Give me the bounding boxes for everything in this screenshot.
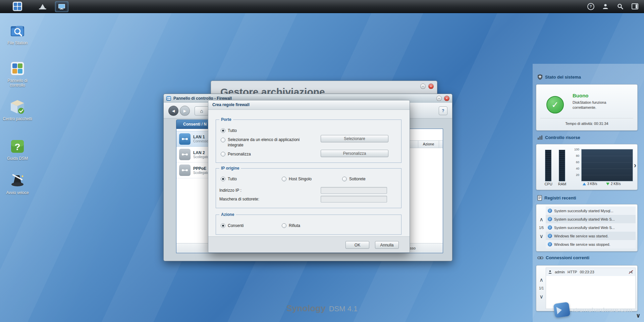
axis-tick: 60 — [569, 161, 579, 164]
section-title: Controllo risorse — [545, 135, 580, 140]
fieldset-ip-origine: IP origine Tutto Host Singolo Sottorete … — [216, 168, 401, 208]
page-up-chevron[interactable]: ∧ — [539, 216, 543, 223]
log-row[interactable]: i System successfully started Web S... — [546, 215, 636, 223]
current-connections-header: Connessioni correnti — [537, 255, 589, 260]
desktop-icon-control-panel[interactable]: Pannello di controllo — [2, 60, 33, 88]
radio-label: Sottorete — [349, 177, 366, 181]
expand-resources-chevron[interactable]: › — [634, 161, 636, 170]
radio-porte-tutto[interactable]: Tutto — [221, 128, 237, 133]
magician-hat-icon — [9, 172, 26, 189]
log-row[interactable]: i System successfully started Mysql... — [546, 206, 636, 215]
radio-azione-rifiuta[interactable]: Rifiuta — [282, 223, 300, 228]
desktop-icon-label: Pannello di controllo — [2, 79, 33, 88]
cancel-button[interactable]: Annulla — [375, 241, 399, 249]
control-panel-window-icon — [166, 96, 171, 101]
radio-icon — [221, 223, 225, 228]
radio-ip-host-singolo[interactable]: Host Singolo — [282, 177, 312, 181]
radio-label: Personalizza — [228, 152, 251, 156]
log-row[interactable]: i Windows file service was started. — [546, 232, 636, 240]
ram-gauge — [559, 150, 565, 181]
ok-button[interactable]: OK — [345, 241, 369, 249]
info-icon: i — [548, 217, 552, 221]
resource-monitor-box: CPU RAM 100 80 60 40 20 3 KB/s 2 KB/s › — [536, 144, 638, 190]
logs-pagination: ∧ 1/5 ∨ — [538, 204, 545, 251]
quick-launch-icon — [40, 4, 45, 9]
radio-label: Tutto — [228, 128, 237, 133]
disconnect-icon[interactable] — [629, 270, 633, 274]
dsm-branding: Synology DSM 4.1 — [286, 303, 358, 314]
selezionare-button[interactable]: Selezionare — [321, 135, 388, 142]
desktop-icon-file-station[interactable]: File Station — [2, 22, 33, 46]
download-arrow-icon — [606, 183, 609, 185]
radio-porte-personalizza[interactable]: Personalizza — [221, 152, 251, 156]
panel-scroll-down-chevron[interactable]: ∨ — [636, 312, 641, 319]
apps-grid-icon — [13, 2, 22, 11]
bar-chart-icon — [537, 135, 543, 140]
dsm-version-text: DSM 4.1 — [329, 305, 358, 313]
radio-label: Selezionare da un elenco di applicazioni… — [228, 137, 305, 148]
back-button[interactable]: ◀ — [168, 106, 178, 116]
column-header-azione[interactable]: Azione — [418, 141, 439, 148]
upload-legend: 3 KB/s — [583, 182, 597, 186]
desktop-icon-dsm-help[interactable]: ? Guida DSM — [2, 138, 33, 161]
synology-logo-text: Synology — [286, 303, 326, 314]
ip-address-input[interactable] — [321, 187, 387, 194]
close-button[interactable]: ✕ — [444, 96, 449, 101]
recent-logs-header: Registri recenti — [537, 195, 576, 201]
document-icon — [537, 195, 542, 201]
log-row[interactable]: i System successfully started Web S... — [546, 223, 636, 232]
status-value: Buono — [573, 93, 588, 98]
widgets-icon — [632, 3, 638, 9]
user-menu-button[interactable] — [602, 3, 609, 10]
window-help-button[interactable]: ? — [439, 106, 447, 115]
log-text: System successfully started Web S... — [554, 226, 615, 230]
upload-arrow-icon — [583, 183, 586, 185]
help-button[interactable]: ? — [587, 3, 594, 10]
dsm-help-icon: ? — [9, 138, 26, 155]
download-legend: 2 KB/s — [606, 182, 621, 186]
package-center-icon — [9, 98, 26, 116]
info-icon: i — [548, 234, 552, 238]
create-firewall-rule-dialog: Crea regole firewall Porte Tutto Selezio… — [208, 100, 410, 253]
section-title: Registri recenti — [544, 195, 576, 200]
main-menu-button[interactable] — [10, 1, 25, 11]
active-app-button[interactable] — [55, 1, 68, 12]
ip-address-label: Indirizzo IP : — [219, 188, 241, 193]
quick-launch-button[interactable] — [37, 1, 48, 11]
lan-link-icon — [179, 165, 191, 176]
lan-link-icon — [179, 133, 191, 145]
connection-user: admin — [555, 270, 565, 274]
forward-button[interactable]: ▶ — [180, 106, 190, 116]
connection-row[interactable]: admin HTTP 00:23:23 — [546, 268, 635, 276]
dialog-title: Crea regole firewall — [208, 100, 410, 110]
log-text: Windows file service was stopped. — [554, 242, 610, 246]
page-down-chevron[interactable]: ∨ — [539, 293, 543, 300]
widgets-toggle-button[interactable] — [631, 3, 639, 10]
connection-time: 00:23:23 — [580, 270, 594, 274]
page-down-chevron[interactable]: ∨ — [539, 233, 543, 239]
close-button[interactable]: ✕ — [428, 84, 434, 89]
search-icon — [617, 3, 624, 10]
home-button[interactable]: ⌂ — [195, 106, 209, 116]
personalizza-button[interactable]: Personalizza — [321, 150, 388, 157]
user-icon — [548, 270, 552, 274]
radio-ip-tutto[interactable]: Tutto — [221, 177, 237, 181]
fieldset-legend: Porte — [219, 117, 233, 122]
radio-azione-consenti[interactable]: Consenti — [221, 223, 244, 228]
desktop-icon-package-center[interactable]: Centro pacchetti — [2, 98, 33, 122]
radio-ip-sottorete[interactable]: Sottorete — [342, 177, 366, 181]
info-icon: i — [548, 225, 552, 230]
connection-protocol: HTTP — [568, 270, 577, 274]
radio-porte-elenco[interactable]: Selezionare da un elenco di applicazioni… — [221, 137, 305, 148]
minimize-button[interactable]: – — [436, 96, 442, 101]
log-row[interactable]: i Windows file service was stopped. — [546, 240, 636, 248]
subnet-mask-input[interactable] — [321, 196, 387, 202]
ram-label: RAM — [557, 182, 568, 186]
page-up-chevron[interactable]: ∧ — [539, 277, 543, 283]
search-button[interactable] — [616, 3, 624, 10]
monitor-icon — [58, 4, 65, 9]
minimize-button[interactable]: – — [420, 84, 426, 89]
taskbar-right: ? — [587, 0, 644, 13]
connections-pagination: ∧ 1/1 ∨ — [538, 266, 545, 311]
desktop-icon-quick-start[interactable]: Avvio veloce — [2, 172, 33, 195]
